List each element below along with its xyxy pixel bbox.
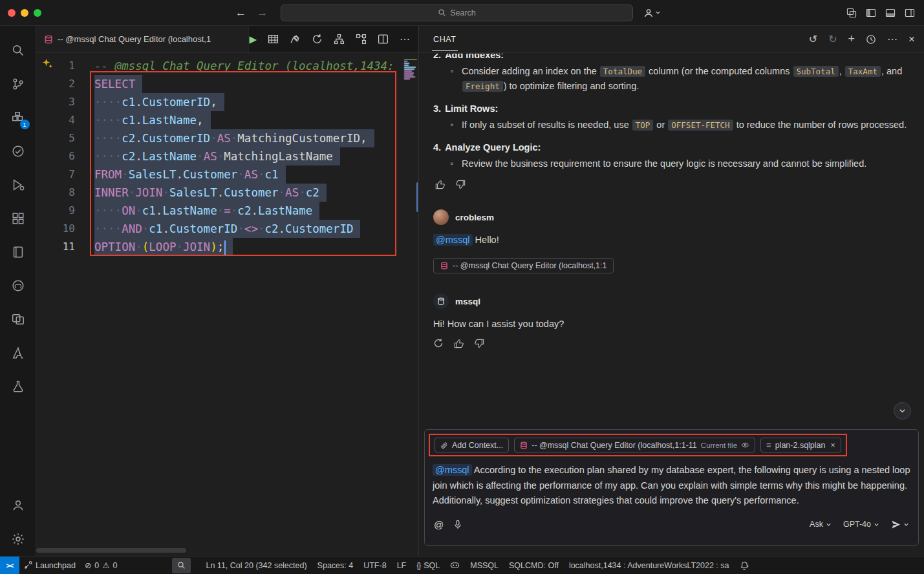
list-item-number: 4. bbox=[433, 142, 444, 153]
thumbs-up-icon[interactable] bbox=[453, 338, 464, 349]
remove-context-icon[interactable]: × bbox=[831, 441, 835, 450]
sidebar-item-database[interactable] bbox=[0, 370, 36, 403]
change-connection-icon[interactable] bbox=[312, 34, 323, 45]
code-token: LastName bbox=[258, 204, 312, 217]
sidebar-item-testing[interactable] bbox=[0, 134, 36, 168]
sidebar-item-run-debug[interactable] bbox=[0, 168, 36, 202]
execution-plan-icon[interactable] bbox=[356, 34, 367, 45]
editor-zoom-button[interactable] bbox=[172, 558, 191, 573]
results-grid-icon[interactable] bbox=[268, 34, 279, 45]
maximize-window-button[interactable] bbox=[34, 9, 41, 17]
context-plan-chip[interactable]: ≡ plan-2.sqlplan × bbox=[760, 438, 841, 452]
tab-chat[interactable]: CHAT bbox=[432, 27, 458, 51]
horizontal-scrollbar[interactable] bbox=[36, 548, 186, 553]
sidebar-item-notebooks[interactable] bbox=[0, 235, 36, 269]
send-icon bbox=[891, 520, 901, 529]
list-item: 2. Add Indexes:◦Consider adding an index… bbox=[433, 54, 910, 94]
sidebar-item-accounts[interactable] bbox=[0, 489, 36, 522]
new-chat-icon[interactable]: + bbox=[848, 32, 855, 46]
eol-setting[interactable]: LF bbox=[392, 557, 411, 574]
account-menu-button[interactable] bbox=[643, 8, 661, 18]
mention-icon[interactable]: @ bbox=[434, 519, 444, 530]
thumbs-down-icon[interactable] bbox=[455, 179, 466, 190]
problems-indicator[interactable]: ⊘ 0 ⚠ 0 bbox=[80, 557, 122, 574]
eye-icon[interactable] bbox=[741, 441, 749, 449]
context-file-chip[interactable]: -- @mssql Chat Query Editor (localhost,1… bbox=[514, 438, 755, 452]
retry-icon[interactable] bbox=[433, 338, 444, 348]
bullet-item: ◦Consider adding an index on the TotalDu… bbox=[433, 64, 910, 94]
sidebar-item-settings[interactable] bbox=[0, 522, 36, 556]
encoding-setting[interactable]: UTF-8 bbox=[359, 557, 391, 574]
code-lines[interactable]: -- @mssql Chat Query Editor (localhost,1… bbox=[75, 53, 403, 556]
toggle-sidebar-right-icon[interactable] bbox=[905, 8, 915, 18]
connection-label: localhost,1434 : AdventureWorksLT2022 : … bbox=[569, 561, 729, 570]
line-number: 10 bbox=[36, 220, 75, 238]
customize-layout-icon[interactable] bbox=[846, 8, 857, 18]
indentation-setting[interactable]: Spaces: 4 bbox=[313, 557, 358, 574]
sidebar-item-source-control[interactable] bbox=[0, 67, 36, 101]
navigate-forward-button[interactable]: → bbox=[257, 6, 268, 19]
more-actions-icon[interactable]: ⋯ bbox=[400, 33, 410, 45]
minimap[interactable] bbox=[403, 53, 419, 556]
message-attachment-chip[interactable]: -- @mssql Chat Query Editor (localhost,1… bbox=[433, 258, 614, 273]
thumbs-down-icon[interactable] bbox=[474, 338, 485, 349]
remote-explorer-icon bbox=[11, 312, 25, 326]
database-file-icon bbox=[520, 441, 528, 449]
copilot-sparkle-icon[interactable] bbox=[42, 58, 53, 69]
chat-history-icon[interactable] bbox=[866, 34, 876, 45]
code-token: AS bbox=[244, 168, 258, 181]
scroll-to-bottom-button[interactable] bbox=[894, 402, 911, 420]
toggle-panel-icon[interactable] bbox=[885, 8, 896, 18]
language-mode[interactable]: {} SQL bbox=[412, 557, 444, 574]
disconnect-icon[interactable] bbox=[290, 34, 301, 45]
thumbs-up-icon[interactable] bbox=[435, 179, 446, 190]
sidebar-item-extensions[interactable] bbox=[0, 202, 36, 235]
code-token: MatchingLastName bbox=[224, 150, 333, 163]
sqlcmd-status[interactable]: SQLCMD: Off bbox=[504, 557, 563, 574]
list-item-heading: 4. Analyze Query Logic: bbox=[433, 140, 910, 155]
paperclip-icon bbox=[440, 441, 448, 449]
close-window-button[interactable] bbox=[8, 9, 16, 17]
run-query-button[interactable]: ▶ bbox=[249, 34, 257, 45]
add-context-button[interactable]: Add Context... bbox=[435, 438, 509, 452]
code-token: SalesLT bbox=[129, 168, 177, 181]
microphone-icon[interactable] bbox=[453, 520, 462, 529]
more-actions-icon[interactable]: ⋯ bbox=[887, 33, 897, 45]
toggle-sidebar-left-icon[interactable] bbox=[866, 8, 876, 18]
redo-request-icon[interactable]: ↻ bbox=[828, 33, 837, 45]
sidebar-item-remote-explorer[interactable] bbox=[0, 303, 36, 336]
model-dropdown[interactable]: GPT-4o bbox=[843, 520, 879, 529]
chat-messages[interactable]: 2. Add Indexes:◦Consider adding an index… bbox=[419, 54, 924, 427]
sidebar-item-github[interactable] bbox=[0, 269, 36, 303]
navigate-back-button[interactable]: ← bbox=[235, 6, 246, 19]
chat-input-text[interactable]: @mssql According to the execution plan s… bbox=[426, 459, 917, 514]
editor-tab[interactable]: -- @mssql Chat Query Editor (localhost,1 bbox=[36, 26, 249, 52]
sidebar-item-azure[interactable] bbox=[0, 336, 36, 370]
launchpad-button[interactable]: Launchpad bbox=[19, 557, 80, 574]
cursor-position-label: Ln 11, Col 20 (342 selected) bbox=[206, 561, 306, 570]
chat-input-container[interactable]: Add Context... -- @mssql Chat Query Edit… bbox=[424, 429, 919, 546]
status-bar: >< Launchpad ⊘ 0 ⚠ 0 Ln 11, Col 20 (342 … bbox=[0, 556, 924, 574]
schema-visualize-icon[interactable] bbox=[334, 34, 345, 45]
text-segment: , bbox=[839, 66, 844, 76]
send-button[interactable] bbox=[891, 520, 909, 529]
minimize-window-button[interactable] bbox=[21, 9, 28, 17]
cursor-position[interactable]: Ln 11, Col 20 (342 selected) bbox=[201, 557, 311, 574]
connection-status[interactable]: localhost,1434 : AdventureWorksLT2022 : … bbox=[564, 557, 734, 574]
undo-request-icon[interactable]: ↺ bbox=[809, 33, 817, 45]
command-center-search[interactable]: Search bbox=[281, 5, 633, 21]
sidebar-item-containers[interactable]: 1 bbox=[0, 101, 36, 134]
mssql-status[interactable]: MSSQL bbox=[466, 557, 503, 574]
code-token: c1 bbox=[122, 96, 135, 109]
code-token: = bbox=[224, 204, 231, 217]
code-token: . bbox=[156, 204, 163, 217]
sidebar-item-search[interactable] bbox=[0, 34, 36, 67]
editor-body[interactable]: 1234567891011 -- @mssql Chat Query Edito… bbox=[36, 53, 419, 556]
notifications-button[interactable] bbox=[735, 557, 753, 574]
copilot-status[interactable] bbox=[446, 557, 464, 574]
split-editor-icon[interactable] bbox=[378, 34, 389, 45]
code-line: FROM·SalesLT.Customer·AS·c1 bbox=[94, 165, 403, 184]
remote-indicator[interactable]: >< bbox=[0, 557, 19, 574]
close-panel-icon[interactable]: × bbox=[908, 33, 915, 46]
mode-dropdown[interactable]: Ask bbox=[810, 520, 832, 529]
